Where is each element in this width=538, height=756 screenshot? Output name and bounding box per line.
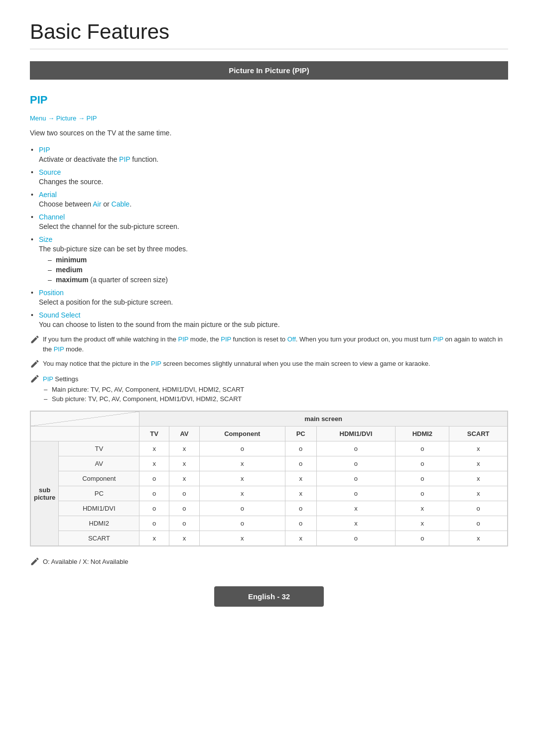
size-medium: medium — [48, 266, 508, 274]
col-scart: SCART — [449, 427, 508, 441]
bullet-term-aerial: Aerial — [39, 191, 57, 199]
note-1: If you turn the product off while watchi… — [30, 334, 508, 354]
cell-av-hdmi2: o — [396, 456, 449, 471]
sub-picture-label: subpicture — [31, 441, 59, 546]
bullet-desc-aerial: Choose between Air or Cable. — [39, 200, 508, 208]
bullet-source: Source Changes the source. — [30, 168, 508, 186]
corner-cell — [31, 412, 139, 427]
cell-hdmi2-hdmi2: x — [396, 516, 449, 531]
breadcrumb-pip: PIP — [87, 114, 97, 122]
bullet-term-pip: PIP — [39, 146, 50, 154]
footer-bar: English - 32 — [214, 586, 324, 607]
bullet-desc-position: Select a position for the sub-picture sc… — [39, 298, 508, 306]
cell-pc-hdmi2: o — [396, 486, 449, 501]
avail-note-icon — [30, 556, 40, 566]
cell-hdmi1-av: o — [169, 501, 200, 516]
cell-av-tv: x — [139, 456, 169, 471]
pip-heading: PIP — [30, 94, 508, 107]
bullet-desc-source: Changes the source. — [39, 178, 508, 186]
cell-comp-tv: o — [139, 471, 169, 486]
col-av: AV — [169, 427, 200, 441]
note-2: You may notice that the picture in the P… — [30, 359, 508, 369]
cell-hdmi2-av: o — [169, 516, 200, 531]
settings-icon — [30, 374, 40, 384]
row-label-hdmi2: HDMI2 — [59, 516, 139, 531]
bullet-size: Size The sub-picture size can be set by … — [30, 235, 508, 284]
bullet-position: Position Select a position for the sub-p… — [30, 289, 508, 306]
bullet-term-size: Size — [39, 235, 52, 243]
settings-item-main: Main picture: TV, PC, AV, Component, HDM… — [44, 386, 508, 393]
cell-scart-av: x — [169, 531, 200, 546]
bullet-term-position: Position — [39, 289, 64, 297]
note-icon-2 — [30, 359, 40, 369]
cell-hdmi1-scart: o — [449, 501, 508, 516]
bullet-term-channel: Channel — [39, 213, 65, 221]
cell-comp-scart: x — [449, 471, 508, 486]
cell-scart-scart: x — [449, 531, 508, 546]
settings-list: Main picture: TV, PC, AV, Component, HDM… — [44, 386, 508, 403]
section-header: Picture In Picture (PIP) — [30, 61, 508, 80]
bullet-desc-pip: Activate or deactivate the PIP function. — [39, 155, 508, 163]
bullet-desc-size: The sub-picture size can be set by three… — [39, 245, 508, 253]
cell-tv-component: o — [199, 441, 285, 456]
size-maximum: maximum (a quarter of screen size) — [48, 276, 508, 284]
bullet-sound-select: Sound Select You can choose to listen to… — [30, 311, 508, 328]
row-label-tv: TV — [59, 441, 139, 456]
cell-av-component: x — [199, 456, 285, 471]
bullet-term-source: Source — [39, 168, 61, 176]
pip-settings-title: PIP Settings — [30, 374, 508, 384]
cell-pc-component: x — [199, 486, 285, 501]
cell-hdmi1-pc: o — [285, 501, 316, 516]
col-hdmi1: HDMI1/DVI — [316, 427, 396, 441]
cell-comp-pc: x — [285, 471, 316, 486]
bullet-desc-channel: Select the channel for the sub-picture s… — [39, 222, 508, 230]
cell-hdmi2-pc: o — [285, 516, 316, 531]
cell-tv-hdmi1: o — [316, 441, 396, 456]
row-label-pc: PC — [59, 486, 139, 501]
cell-hdmi1-hdmi2: x — [396, 501, 449, 516]
cell-hdmi1-hdmi1: x — [316, 501, 396, 516]
col-component: Component — [199, 427, 285, 441]
breadcrumb-picture: Picture — [56, 114, 76, 122]
bullet-pip: PIP Activate or deactivate the PIP funct… — [30, 146, 508, 163]
row-label-hdmi1: HDMI1/DVI — [59, 501, 139, 516]
table-row-av: AV x x x o o o x — [31, 456, 508, 471]
breadcrumb-text: Menu — [30, 114, 46, 122]
breadcrumb-arrow: → — [48, 114, 56, 122]
avail-note-text: O: Available / X: Not Available — [43, 558, 129, 565]
note-1-text: If you turn the product off while watchi… — [43, 334, 508, 354]
cell-scart-hdmi2: o — [396, 531, 449, 546]
cell-hdmi1-tv: o — [139, 501, 169, 516]
table-row-hdmi2: HDMI2 o o o o x x o — [31, 516, 508, 531]
cell-tv-pc: o — [285, 441, 316, 456]
cell-pc-pc: x — [285, 486, 316, 501]
size-sub-list: minimum medium maximum (a quarter of scr… — [48, 256, 508, 284]
cell-scart-tv: x — [139, 531, 169, 546]
cell-av-scart: x — [449, 456, 508, 471]
bullet-channel: Channel Select the channel for the sub-p… — [30, 213, 508, 230]
cell-scart-hdmi1: o — [316, 531, 396, 546]
table-row-tv: subpicture TV x x o o o o x — [31, 441, 508, 456]
cell-hdmi2-tv: o — [139, 516, 169, 531]
table-row-component: Component o x x x o o x — [31, 471, 508, 486]
pip-bullet-list: PIP Activate or deactivate the PIP funct… — [30, 146, 508, 328]
pip-table-wrapper: main screen TV AV Component PC HDMI1/DVI… — [30, 411, 508, 546]
cell-av-hdmi1: o — [316, 456, 396, 471]
cell-av-pc: o — [285, 456, 316, 471]
note-2-text: You may notice that the picture in the P… — [43, 359, 430, 369]
table-row-hdmi1: HDMI1/DVI o o o o x x o — [31, 501, 508, 516]
main-screen-header: main screen — [139, 412, 508, 427]
breadcrumb: Menu → Picture → PIP — [30, 114, 508, 122]
cell-hdmi1-component: o — [199, 501, 285, 516]
cell-tv-tv: x — [139, 441, 169, 456]
cell-scart-pc: x — [285, 531, 316, 546]
cell-comp-component: x — [199, 471, 285, 486]
row-label-scart: SCART — [59, 531, 139, 546]
cell-comp-av: x — [169, 471, 200, 486]
availability-note: O: Available / X: Not Available — [30, 556, 508, 566]
cell-hdmi2-component: o — [199, 516, 285, 531]
col-hdmi2: HDMI2 — [396, 427, 449, 441]
cell-tv-av: x — [169, 441, 200, 456]
row-label-component: Component — [59, 471, 139, 486]
settings-item-sub: Sub picture: TV, PC, AV, Component, HDMI… — [44, 395, 508, 403]
